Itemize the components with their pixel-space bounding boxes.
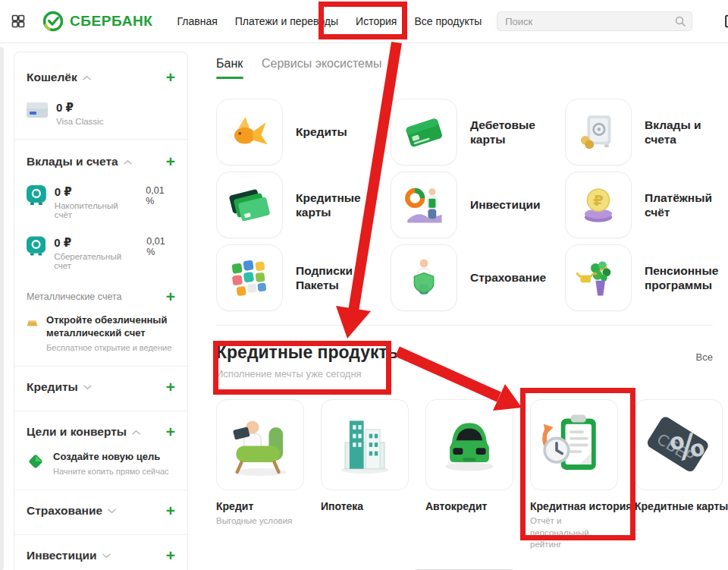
product-debit-cards[interactable]: Дебетовые карты <box>391 99 565 165</box>
product-insurance[interactable]: Страхование <box>391 244 565 311</box>
catalog-tabs: Банк Сервисы экосистемы <box>216 57 726 79</box>
sidebar-section-investments[interactable]: Инвестиции + <box>27 549 175 562</box>
sidebar-section-goals[interactable]: Цели и конверты + <box>27 425 175 439</box>
investments-title: Инвестиции <box>27 549 97 562</box>
add-deposit-button[interactable]: + <box>166 155 175 168</box>
add-goal-button[interactable]: + <box>166 425 175 439</box>
sberbank-logo[interactable]: СБЕРБАНК <box>42 11 153 32</box>
account-item-savings[interactable]: 0 ₽ Накопительный счёт 0,01 % <box>27 185 175 219</box>
product-label: Страхование <box>470 270 546 285</box>
account-balance: 0 ₽ <box>55 185 138 199</box>
divider <box>14 534 187 535</box>
card-title: Ипотека <box>321 500 409 512</box>
card-stack-icon <box>228 183 271 227</box>
tab-bank[interactable]: Банк <box>216 57 243 70</box>
account-item-deposit[interactable]: 0 ₽ Сберегательный счет 0,01 % <box>27 236 175 270</box>
metal-promo-item[interactable]: Откройте обезличенный металлический счет… <box>27 314 175 353</box>
metal-promo-title: Откройте обезличенный металлический счет <box>46 314 175 340</box>
sidebar-section-deposits[interactable]: Вклады и счета + <box>27 155 175 168</box>
goal-promo-item[interactable]: Создайте новую цель Начните копить прямо… <box>27 451 175 477</box>
accounts-sidebar: Кошелёк + 0 ₽ Visa Classic Вклады и счет… <box>14 52 188 570</box>
credit-card-cards[interactable]: СБЕР % Кредитные карты <box>635 399 723 551</box>
product-tile <box>391 172 457 238</box>
card-image <box>321 399 409 490</box>
card-title: Кредитные карты <box>635 500 723 512</box>
divider <box>14 411 187 411</box>
sidebar-section-credits[interactable]: Кредиты + <box>27 380 175 394</box>
product-payment-account[interactable]: ₽ Платёжный счёт <box>565 172 717 238</box>
credits-title: Кредиты <box>27 380 78 394</box>
plant-watering-icon <box>576 256 620 300</box>
add-metal-account-button[interactable]: + <box>166 290 175 304</box>
safe-icon <box>27 185 46 205</box>
credit-card-history[interactable]: Кредитная история Отчёт и персональный р… <box>530 399 618 551</box>
product-credit-cards[interactable]: Кредитные карты <box>216 172 391 238</box>
add-wallet-button[interactable]: + <box>166 71 175 84</box>
card-balance: 0 ₽ <box>56 101 103 115</box>
product-tile <box>216 99 283 165</box>
account-balance: 0 ₽ <box>54 236 138 250</box>
nav-home[interactable]: Главная <box>176 11 219 32</box>
tab-ecosystem-services[interactable]: Сервисы экосистемы <box>262 57 381 79</box>
deposits-title: Вклады и счета <box>27 155 118 168</box>
credit-card-loan[interactable]: Кредит Выгодные условия <box>216 399 304 551</box>
divider <box>14 139 187 140</box>
product-credits[interactable]: Кредиты <box>216 99 391 165</box>
chevron-down-icon <box>108 509 116 514</box>
product-investments[interactable]: Инвестиции <box>391 172 565 238</box>
credit-products-row: Кредит Выгодные условия Ипотека <box>216 399 726 551</box>
brand-name: СБЕРБАНК <box>70 13 153 30</box>
metal-promo-subtitle: Бесплатное открытие и ведение <box>46 342 175 353</box>
debit-card-icon <box>402 110 446 154</box>
add-insurance-button[interactable]: + <box>166 504 175 518</box>
sidebar-section-insurance[interactable]: Страхование + <box>27 504 175 518</box>
ruble-coin-icon: ₽ <box>576 183 620 227</box>
search-input[interactable] <box>497 11 692 31</box>
add-credit-button[interactable]: + <box>166 380 175 394</box>
product-subscriptions[interactable]: Подписки и Пакеты <box>216 244 391 311</box>
goldfish-icon <box>228 110 271 154</box>
sidebar-section-wallet[interactable]: Кошелёк + <box>27 71 175 84</box>
chevron-down-icon <box>83 385 92 390</box>
search-icon <box>674 15 686 27</box>
nav-all-products[interactable]: Все продукты <box>413 11 483 32</box>
logout-icon <box>723 13 728 30</box>
card-title: Кредит <box>216 500 304 512</box>
chevron-up-icon <box>83 75 91 80</box>
credit-products-subtitle: Исполнение мечты уже сегодня <box>216 368 402 379</box>
product-label: Вклады и счета <box>645 118 717 147</box>
nav-payments[interactable]: Платежи и переводы <box>234 11 340 32</box>
credit-card-auto[interactable]: Автокредит <box>425 399 513 551</box>
investments-chart-person-icon <box>402 183 446 227</box>
card-title: Кредитная история <box>530 500 618 512</box>
product-tile <box>216 244 283 311</box>
sidebar-section-metal[interactable]: Металлические счета + <box>27 290 175 304</box>
product-label: Дебетовые карты <box>470 118 558 147</box>
metal-title: Металлические счета <box>27 291 121 302</box>
main-content: Банк Сервисы экосистемы Кредиты <box>216 47 726 570</box>
chevron-up-icon <box>132 430 140 435</box>
card-image <box>425 399 513 490</box>
left-edge-strip <box>0 47 4 570</box>
see-all-link[interactable]: Все <box>696 351 713 379</box>
product-label: Подписки и Пакеты <box>296 263 384 293</box>
apps-grid-icon[interactable] <box>11 11 26 31</box>
divider <box>14 490 187 490</box>
product-pension[interactable]: Пенсионные программы <box>565 244 717 311</box>
gem-icon <box>27 452 45 471</box>
product-deposits[interactable]: Вклады и счета <box>565 99 717 165</box>
product-label: Пенсионные программы <box>645 263 718 293</box>
card-image <box>530 399 618 490</box>
nav-history[interactable]: История <box>354 11 398 32</box>
product-tile: ₽ <box>565 172 632 238</box>
green-car-icon <box>435 410 504 480</box>
wallet-card-item[interactable]: 0 ₽ Visa Classic <box>27 101 175 126</box>
logout-button[interactable] <box>723 13 728 30</box>
bank-card-icon <box>27 102 48 118</box>
add-investment-button[interactable]: + <box>166 549 175 562</box>
clipboard-clock-icon <box>539 410 609 480</box>
product-tile <box>391 99 457 165</box>
app-tiles-icon <box>228 256 271 300</box>
product-label: Кредитные карты <box>296 191 384 220</box>
credit-card-mortgage[interactable]: Ипотека <box>321 399 409 551</box>
